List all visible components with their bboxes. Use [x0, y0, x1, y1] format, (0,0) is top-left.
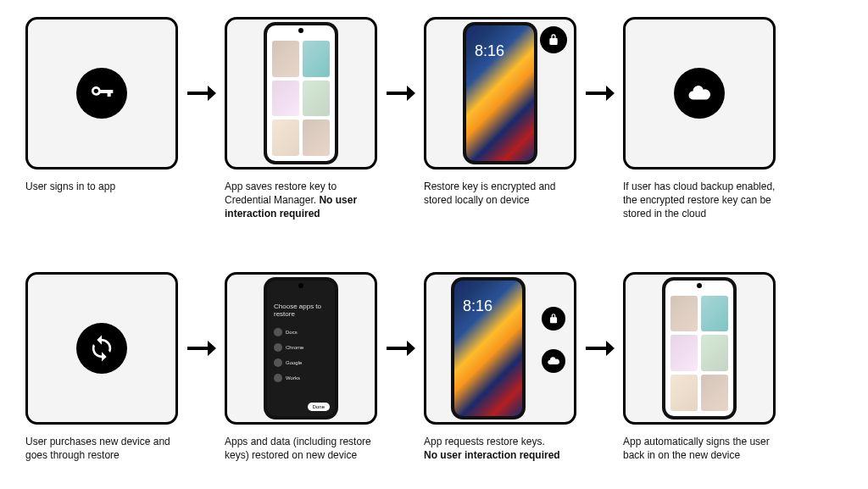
lock-icon [542, 307, 565, 331]
lockscreen-clock: 8:16 [463, 297, 492, 315]
lockscreen-clock: 8:16 [475, 42, 504, 60]
step-signin: User signs in to app [25, 17, 178, 193]
step-auto-signin: App automatically signs the user back in… [623, 272, 776, 462]
phone-restore-dark: Choose apps to restore Docs Chrome Googl… [264, 277, 338, 420]
auto-signin-caption: App automatically signs the user back in… [623, 435, 776, 462]
encrypt-local-box: 8:16 [424, 17, 576, 169]
arrow-icon [576, 272, 623, 425]
save-key-caption: App saves restore key to Credential Mana… [225, 180, 377, 221]
signin-caption: User signs in to app [25, 180, 178, 193]
step-request-keys: 8:16 App requests restore keys.No user i… [424, 272, 576, 462]
step-cloud-backup: If user has cloud backup enabled, the en… [623, 17, 776, 221]
auto-signin-box [623, 272, 776, 425]
cloud-icon [542, 349, 565, 373]
phone-wallpaper: 8:16 [463, 22, 537, 164]
list-item: Works [274, 374, 328, 382]
phone-gallery-2 [662, 277, 737, 420]
key-icon [76, 68, 127, 119]
encrypt-local-caption: Restore key is encrypted and stored loca… [424, 180, 576, 207]
save-key-box [225, 17, 377, 169]
list-item: Chrome [274, 343, 328, 352]
list-item: Google [274, 358, 328, 367]
arrow-icon [377, 272, 424, 425]
cloud-icon [674, 68, 725, 119]
phone-wallpaper-2: 8:16 [451, 277, 526, 420]
gallery-content [670, 296, 728, 411]
cloud-backup-box [623, 17, 776, 169]
signin-box [25, 17, 178, 169]
done-button: Done [308, 403, 330, 411]
flow-row-1: User signs in to app App saves restore k… [25, 17, 843, 221]
step-save-key: App saves restore key to Credential Mana… [225, 17, 377, 221]
apps-restored-box: Choose apps to restore Docs Chrome Googl… [225, 272, 377, 425]
step-encrypt-local: 8:16 Restore key is encrypted and stored… [424, 17, 576, 207]
request-keys-caption: App requests restore keys.No user intera… [424, 435, 576, 462]
arrow-icon [178, 17, 225, 169]
cloud-backup-caption: If user has cloud backup enabled, the en… [623, 180, 776, 221]
arrow-icon [576, 17, 623, 169]
lock-icon [540, 26, 567, 53]
arrow-icon [377, 17, 424, 169]
step-new-device: User purchases new device and goes throu… [25, 272, 178, 462]
request-keys-box: 8:16 [424, 272, 576, 425]
arrow-icon [178, 272, 225, 425]
new-device-caption: User purchases new device and goes throu… [25, 435, 178, 462]
step-apps-restored: Choose apps to restore Docs Chrome Googl… [225, 272, 377, 462]
sync-icon [76, 323, 127, 374]
list-item: Docs [274, 328, 328, 336]
phone-gallery [264, 22, 338, 164]
flow-row-2: User purchases new device and goes throu… [25, 272, 843, 462]
restore-app-list: Docs Chrome Google Works [274, 328, 328, 382]
apps-restored-caption: Apps and data (including restore keys) r… [225, 435, 377, 462]
restore-title: Choose apps to restore [274, 303, 328, 318]
new-device-box [25, 272, 178, 425]
gallery-content [272, 41, 330, 156]
